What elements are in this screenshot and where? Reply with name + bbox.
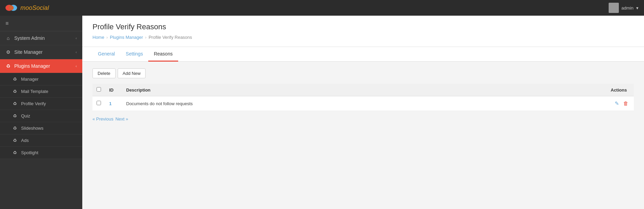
avatar [609,3,619,13]
logo-text: mooSocial [20,4,49,12]
sidebar-item-label: System Admin [14,35,45,41]
sub-menu-label: Ads [21,138,29,143]
logo-area: mooSocial [5,3,49,13]
sidebar-item-profile-verify[interactable]: ♻ Profile Verify [0,98,82,110]
select-all-checkbox[interactable] [97,87,101,92]
sidebar-toggle-button[interactable]: ≡ [0,16,82,31]
chevron-down-icon: ▾ [636,5,639,11]
sidebar-item-system-admin[interactable]: ⌂ System Admin ‹ [0,31,82,45]
sub-icon: ♻ [12,113,18,118]
sidebar-item-slideshows[interactable]: ♻ Slideshows [0,122,82,134]
content-body: Delete Add New ID Description Actions [82,62,644,128]
th-checkbox [92,84,105,96]
tabs-container: General Settings Reasons [82,47,644,62]
breadcrumb-current: Profile Verify Reasons [149,35,192,40]
next-page-link[interactable]: Next » [115,116,128,122]
sidebar-item-ads[interactable]: ♻ Ads [0,134,82,147]
top-nav: mooSocial admin ▾ [0,0,644,16]
sub-menu-label: Mail Template [21,89,48,94]
data-table: ID Description Actions 1 Documents do no… [92,84,634,111]
tab-reasons[interactable]: Reasons [148,47,178,62]
tab-general[interactable]: General [92,47,120,62]
sub-menu: ♻ Manager ♻ Mail Template ♻ Profile Veri… [0,73,82,159]
pagination: « Previous Next » [92,116,634,122]
sidebar-item-label: Site Manager [14,49,43,55]
breadcrumb-separator: › [106,35,108,40]
breadcrumb-home[interactable]: Home [92,35,104,40]
gear-icon: ⚙ [5,49,11,55]
row-delete-button[interactable]: 🗑 [622,100,630,107]
sub-icon: ♻ [12,77,18,82]
row-id: 1 [105,96,122,111]
sidebar-item-label: Plugins Manager [14,63,50,69]
th-actions: Actions [607,84,634,96]
admin-label: admin [622,5,633,11]
add-new-button[interactable]: Add New [118,68,146,78]
svg-point-2 [9,5,14,10]
sidebar-item-spotlight[interactable]: ♻ Spotlight [0,147,82,159]
home-icon: ⌂ [5,35,11,41]
chevron-right-icon: ‹ [75,50,77,54]
th-id: ID [105,84,122,96]
delete-button[interactable]: Delete [92,68,116,78]
content-area: Profile Verify Reasons Home › Plugins Ma… [82,16,644,209]
row-checkbox-cell [92,96,105,111]
prev-page-link[interactable]: « Previous [92,116,113,122]
sub-icon: ♻ [12,138,18,143]
sidebar-item-quiz[interactable]: ♻ Quiz [0,110,82,122]
sub-menu-label: Profile Verify [21,101,46,106]
sidebar-item-manager[interactable]: ♻ Manager [0,73,82,85]
sub-icon: ♻ [12,89,18,94]
breadcrumb: Home › Plugins Manager › Profile Verify … [92,35,634,43]
action-buttons: Delete Add New [92,68,634,78]
sub-icon: ♻ [12,101,18,106]
sidebar: ≡ ⌂ System Admin ‹ ⚙ Site Manager ‹ ♻ Pl… [0,16,82,209]
sidebar-item-mail-template[interactable]: ♻ Mail Template [0,85,82,98]
th-description: Description [122,84,607,96]
page-header: Profile Verify Reasons Home › Plugins Ma… [82,16,644,47]
sub-icon: ♻ [12,150,18,155]
breadcrumb-plugins-manager[interactable]: Plugins Manager [110,35,143,40]
sub-menu-label: Slideshows [21,126,44,131]
row-description: Documents do not follow requests [122,96,607,111]
page-title: Profile Verify Reasons [92,22,634,31]
edit-button[interactable]: ✎ [613,100,621,107]
chevron-left-icon: ‹ [75,64,77,68]
logo-icon [5,3,18,13]
sub-menu-label: Manager [21,77,38,82]
breadcrumb-separator: › [145,35,147,40]
sub-menu-label: Spotlight [21,150,38,155]
table-row: 1 Documents do not follow requests ✎ 🗑 [92,96,634,111]
sidebar-item-plugins-manager[interactable]: ♻ Plugins Manager ‹ [0,59,82,73]
admin-area[interactable]: admin ▾ [609,3,639,13]
hamburger-icon: ≡ [5,20,9,27]
sub-icon: ♻ [12,126,18,131]
sub-menu-label: Quiz [21,113,30,118]
sidebar-item-site-manager[interactable]: ⚙ Site Manager ‹ [0,45,82,59]
row-checkbox[interactable] [97,101,101,105]
chevron-right-icon: ‹ [75,36,77,40]
plugins-icon: ♻ [5,63,11,69]
row-actions: ✎ 🗑 [607,96,634,111]
tab-settings[interactable]: Settings [120,47,149,62]
